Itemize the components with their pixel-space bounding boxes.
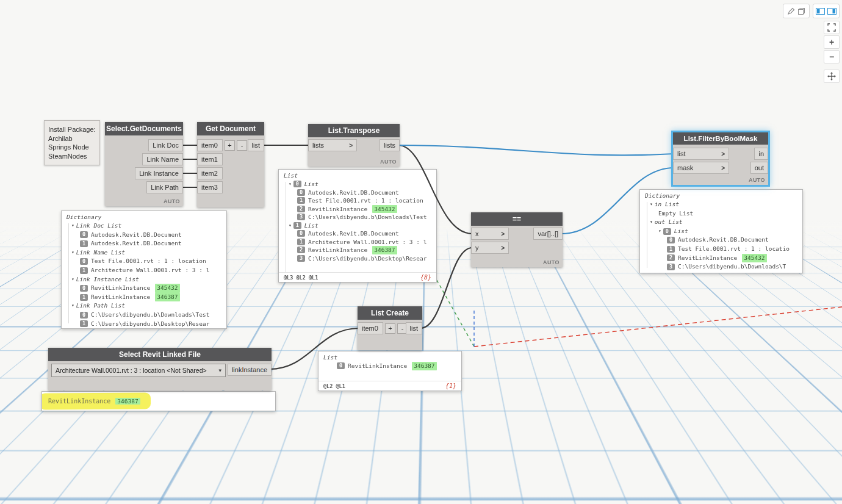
output-port-out[interactable]: out [750, 162, 768, 174]
index-badge: 1 [667, 246, 675, 253]
node-get-document[interactable]: Get Document item0 + - item1 item2 item3… [197, 122, 264, 207]
node-title[interactable]: List.FilterByBoolMask [673, 132, 768, 145]
collapse-arrow-icon[interactable]: ▾ [289, 180, 292, 189]
index-badge: 1 [297, 197, 305, 204]
collapse-arrow-icon[interactable]: ▾ [71, 221, 74, 231]
dict-key: Link Doc List [76, 221, 121, 231]
node-title[interactable]: Select Revit Linked File [48, 348, 272, 361]
input-port-y[interactable]: y> [471, 242, 509, 254]
node-title[interactable]: Get Document [197, 122, 264, 135]
input-port-item3[interactable]: item3 [197, 181, 223, 193]
node-body: Architecture Wall.0001.rvt : 3 : locatio… [48, 361, 272, 391]
input-port-item0[interactable]: item0 [197, 139, 223, 151]
node-list-transpose[interactable]: List.Transpose lists> lists AUTO [308, 124, 400, 167]
output-port-list[interactable]: list [406, 322, 422, 334]
list-row: 1Autodesk.Revit.DB.Document [62, 239, 226, 248]
linked-file-dropdown[interactable]: Architecture Wall.0001.rvt : 3 : locatio… [51, 364, 226, 377]
list-row: 0Autodesk.Revit.DB.Document [62, 231, 226, 240]
lacing-label: AUTO [164, 198, 180, 204]
zoom-in-button[interactable]: + [824, 35, 840, 49]
item-count: {8} [420, 274, 431, 281]
item-text: RevitLinkInstance [308, 205, 367, 214]
item-text: Autodesk.Revit.DB.Document [91, 239, 182, 248]
dict-key: Link Instance List [76, 275, 139, 284]
note-install-packages[interactable]: Install Package: Archilab Springs Node S… [44, 120, 100, 165]
remove-input-button[interactable]: - [237, 140, 247, 151]
zoom-to-fit-button[interactable] [824, 21, 840, 34]
collapse-arrow-icon[interactable]: ▾ [658, 227, 661, 236]
collapse-arrow-icon[interactable]: ▾ [650, 218, 653, 227]
node-select-getdocuments[interactable]: Select.GetDocuments Link Doc Link Name L… [105, 122, 183, 206]
tree-guide-line [647, 202, 647, 268]
list-row: ▾1List [279, 221, 436, 230]
add-input-button[interactable]: + [225, 140, 235, 151]
item-text: C:\Users\dibyendu.b\Downloads\Test [308, 213, 426, 221]
preview-bubble-link-instance: RevitLinkInstance 346387 [41, 391, 276, 411]
port-label: Link Path [151, 184, 179, 191]
zoom-out-icon: − [829, 52, 834, 62]
node-select-revit-linked-file[interactable]: Select Revit Linked File Architecture Wa… [48, 348, 272, 391]
level-chips[interactable]: @L2 @L1 [323, 383, 345, 389]
pen-icon [787, 7, 795, 15]
node-title[interactable]: List.Transpose [308, 124, 400, 137]
item-text: Test File.0001.rvt : 1 : location [308, 196, 423, 205]
input-port-mask[interactable]: mask> [673, 162, 729, 174]
index-badge: 1 [80, 267, 88, 274]
element-id-value: 346387 [155, 293, 179, 302]
node-title[interactable]: List Create [358, 306, 422, 320]
input-port-x[interactable]: x> [471, 228, 509, 240]
collapse-arrow-icon[interactable]: ▾ [71, 301, 74, 311]
pan-icon [827, 72, 836, 81]
output-port-link-name[interactable]: Link Name [142, 153, 183, 165]
level-chips[interactable]: @L3 @L2 @L1 [284, 275, 318, 281]
index-badge: 1 [80, 240, 88, 247]
output-port-in[interactable]: in [754, 148, 768, 160]
port-label: item0 [201, 142, 218, 149]
input-port-lists[interactable]: lists> [308, 139, 357, 151]
fit-view-icon [827, 23, 836, 32]
index-badge: 2 [667, 254, 675, 261]
item-text: Autodesk.Revit.DB.Document [91, 231, 182, 240]
output-port-list[interactable]: list [248, 139, 264, 151]
input-port-list[interactable]: list> [673, 148, 729, 160]
node-list-filterbyboolmask[interactable]: List.FilterByBoolMask list> mask> in out… [673, 132, 768, 185]
preview-bubble-dictionary-right: Dictionary ▾in List Empty List ▾out List… [639, 189, 803, 273]
collapse-arrow-icon[interactable]: ▾ [71, 275, 74, 284]
node-list-create[interactable]: List Create item0 + - list [358, 306, 422, 350]
chevron-icon: > [349, 142, 353, 149]
output-port-link-instance[interactable]: Link Instance [135, 167, 183, 179]
input-port-item1[interactable]: item1 [197, 153, 223, 165]
zoom-out-button[interactable]: − [824, 50, 840, 63]
lacing-label: AUTO [543, 259, 560, 265]
output-port-var[interactable]: var[]..[] [533, 228, 563, 240]
node-equals[interactable]: == x> y> var[]..[] AUTO [471, 212, 563, 267]
element-id-value: 345432 [155, 284, 179, 293]
list-row: 1C:\Users\dibyendu.b\Desktop\Resear [62, 320, 226, 329]
element-id-value: 345432 [742, 254, 766, 263]
output-port-lists[interactable]: lists [380, 139, 400, 151]
view-toggle-button[interactable] [813, 4, 840, 18]
chevron-icon: > [501, 245, 505, 251]
collapse-arrow-icon[interactable]: ▾ [71, 248, 74, 257]
index-badge: 2 [297, 206, 305, 212]
output-port-linkinstance[interactable]: linkInstance [228, 364, 272, 376]
item-text: Empty List [658, 209, 693, 218]
index-badge: 0 [297, 189, 305, 196]
collapse-arrow-icon[interactable]: ▾ [289, 221, 292, 230]
node-title[interactable]: == [471, 212, 563, 226]
collapse-arrow-icon[interactable]: ▾ [650, 200, 653, 209]
add-input-button[interactable]: + [385, 323, 395, 334]
pan-button[interactable] [824, 70, 840, 83]
list-row: 0C:\Users\dibyendu.b\Downloads\Test [62, 311, 226, 320]
port-label: y [475, 244, 479, 251]
output-port-link-doc[interactable]: Link Doc [148, 139, 183, 151]
list-row: ▾0List [279, 180, 436, 189]
item-text: Test File.0001.rvt : 1 : location [91, 257, 206, 266]
input-port-item2[interactable]: item2 [197, 167, 223, 179]
node-body: item0 + - item1 item2 item3 list [197, 135, 264, 207]
input-port-item0[interactable]: item0 [358, 322, 383, 334]
geometry-tools-button[interactable] [783, 4, 810, 18]
output-port-link-path[interactable]: Link Path [146, 181, 183, 193]
node-title[interactable]: Select.GetDocuments [105, 122, 183, 135]
dropdown-selected-value: Architecture Wall.0001.rvt : 3 : locatio… [56, 367, 207, 374]
